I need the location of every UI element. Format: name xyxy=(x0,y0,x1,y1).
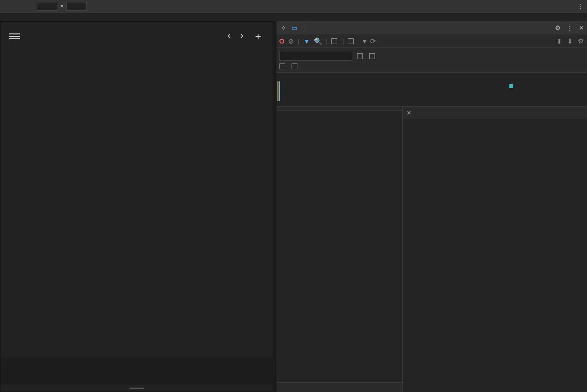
record-icon[interactable] xyxy=(279,39,284,44)
request-detail: ✕ xyxy=(403,107,587,392)
splitter-handle[interactable]: ⋮⋮ xyxy=(273,21,277,392)
more-tabs-icon[interactable] xyxy=(308,21,317,34)
drag-handle-icon[interactable] xyxy=(0,385,273,392)
filter-bar xyxy=(277,48,587,73)
disable-cache-checkbox[interactable] xyxy=(348,38,355,45)
height-input[interactable] xyxy=(66,2,87,11)
upload-har-icon[interactable]: ⬆ xyxy=(556,37,562,45)
network-conditions-icon[interactable]: ⟳ xyxy=(370,37,376,45)
network-timeline[interactable] xyxy=(277,73,587,107)
devtools-panel: ⟡ ▭ | ⚙ ⋮ ✕ ⊘ | ▼ 🔍 | | ▾ ⟳ ⬆ ⬇ xyxy=(277,21,587,392)
clear-icon[interactable]: ⊘ xyxy=(288,37,294,45)
add-event-icon[interactable]: ＋ xyxy=(253,30,263,43)
name-column-header[interactable] xyxy=(277,107,402,111)
times-icon: × xyxy=(60,3,64,10)
settings-icon[interactable]: ⚙ xyxy=(552,24,564,31)
close-detail-icon[interactable]: ✕ xyxy=(403,110,415,116)
device-toolbar: × ⋮ xyxy=(0,0,587,13)
hide-data-urls-checkbox[interactable] xyxy=(369,52,376,59)
device-menu-icon[interactable]: ⋮ xyxy=(577,3,583,10)
network-footer xyxy=(277,382,402,392)
filter-icon[interactable]: ▼ xyxy=(303,37,310,45)
request-list xyxy=(277,107,403,392)
network-toolbar: ⊘ | ▼ 🔍 | | ▾ ⟳ ⬆ ⬇ ⚙ xyxy=(277,34,587,48)
devtools-menu-icon[interactable]: ⋮ xyxy=(564,24,576,31)
filter-input[interactable] xyxy=(279,51,352,61)
close-devtools-icon[interactable]: ✕ xyxy=(576,24,587,31)
device-viewport: ‹ › ＋ xyxy=(0,21,273,392)
app-header: ‹ › ＋ xyxy=(0,22,273,47)
throttling-caret-icon[interactable]: ▾ xyxy=(363,37,366,45)
next-month-icon[interactable]: › xyxy=(240,30,244,43)
prev-month-icon[interactable]: ‹ xyxy=(228,30,231,43)
width-input[interactable] xyxy=(37,2,57,11)
thirdparty-checkbox[interactable] xyxy=(292,63,299,69)
devtools-tabs: ⟡ ▭ | ⚙ ⋮ ✕ xyxy=(277,21,587,34)
invert-checkbox[interactable] xyxy=(357,52,364,59)
search-icon[interactable]: 🔍 xyxy=(314,37,322,45)
hamburger-icon[interactable] xyxy=(9,32,20,41)
download-har-icon[interactable]: ⬇ xyxy=(567,37,573,45)
preserve-log-checkbox[interactable] xyxy=(331,38,339,45)
inspect-icon[interactable]: ⟡ xyxy=(278,24,289,31)
ruler xyxy=(0,13,587,21)
device-icon[interactable]: ▭ xyxy=(289,24,300,31)
network-settings-icon[interactable]: ⚙ xyxy=(578,37,584,45)
blocked-requests-checkbox[interactable] xyxy=(279,63,287,69)
